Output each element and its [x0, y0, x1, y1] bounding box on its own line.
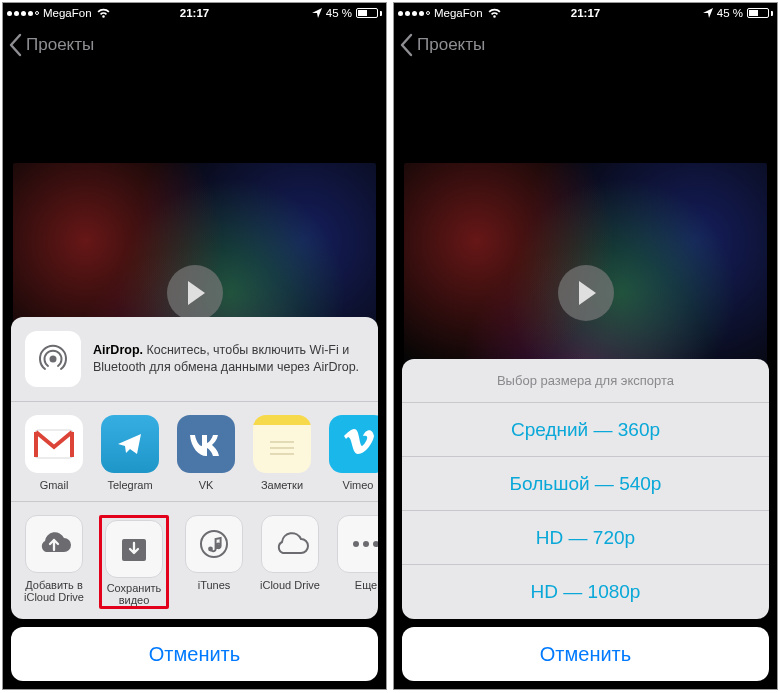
svg-point-0: [50, 355, 57, 362]
status-bar: MegaFon 21:17 45 %: [3, 3, 386, 23]
export-header: Выбор размера для экспорта: [402, 359, 769, 403]
battery-percent: 45 %: [717, 7, 743, 19]
signal-dots-icon: [398, 11, 430, 16]
export-option-720p[interactable]: HD — 720p: [402, 511, 769, 565]
action-save-video-highlight: Сохранить видео: [99, 515, 169, 609]
share-app-vk[interactable]: VK: [175, 415, 237, 491]
battery-percent: 45 %: [326, 7, 352, 19]
location-icon: [703, 8, 713, 18]
phone-left: MegaFon 21:17 45 % Проекты: [2, 2, 387, 690]
back-label[interactable]: Проекты: [417, 35, 485, 55]
svg-point-6: [201, 531, 227, 557]
svg-point-8: [216, 544, 220, 548]
play-icon[interactable]: [558, 265, 614, 321]
cancel-button[interactable]: Отменить: [11, 627, 378, 681]
share-app-telegram[interactable]: Telegram: [99, 415, 161, 491]
cloud-upload-icon: [25, 515, 83, 573]
share-app-notes[interactable]: Заметки: [251, 415, 313, 491]
svg-point-7: [208, 546, 213, 551]
wifi-icon: [487, 8, 502, 19]
carrier-label: MegaFon: [43, 7, 92, 19]
export-option-360p[interactable]: Средний — 360p: [402, 403, 769, 457]
phone-right: MegaFon 21:17 45 % Проекты Выбор размера…: [393, 2, 778, 690]
cancel-button[interactable]: Отменить: [402, 627, 769, 681]
share-apps-row: Gmail Telegram VK: [11, 402, 378, 502]
nav-bar: Проекты: [3, 23, 386, 67]
music-note-icon: [185, 515, 243, 573]
share-app-gmail[interactable]: Gmail: [23, 415, 85, 491]
vk-icon: [177, 415, 235, 473]
more-icon: [337, 515, 378, 573]
svg-point-9: [353, 541, 359, 547]
action-itunes[interactable]: iTunes: [183, 515, 245, 609]
play-icon[interactable]: [167, 265, 223, 321]
export-option-540p[interactable]: Большой — 540p: [402, 457, 769, 511]
gmail-icon: [25, 415, 83, 473]
export-sheet: Выбор размера для экспорта Средний — 360…: [402, 359, 769, 681]
back-button[interactable]: [400, 34, 413, 56]
airdrop-icon: [25, 331, 81, 387]
export-option-1080p[interactable]: HD — 1080p: [402, 565, 769, 619]
back-button[interactable]: [9, 34, 22, 56]
cloud-icon: [261, 515, 319, 573]
airdrop-row[interactable]: AirDrop. Коснитесь, чтобы включить Wi-Fi…: [11, 317, 378, 402]
status-bar: MegaFon 21:17 45 %: [394, 3, 777, 23]
notes-icon: [253, 415, 311, 473]
telegram-icon: [101, 415, 159, 473]
nav-bar: Проекты: [394, 23, 777, 67]
svg-point-11: [373, 541, 378, 547]
share-actions-row: Добавить в iCloud Drive Сохранить видео: [11, 502, 378, 619]
wifi-icon: [96, 8, 111, 19]
action-more[interactable]: Еще: [335, 515, 378, 609]
action-add-icloud[interactable]: Добавить в iCloud Drive: [23, 515, 85, 609]
battery-icon: [747, 8, 773, 18]
share-app-vimeo[interactable]: Vimeo: [327, 415, 378, 491]
back-label[interactable]: Проекты: [26, 35, 94, 55]
airdrop-text: AirDrop. Коснитесь, чтобы включить Wi-Fi…: [93, 342, 364, 376]
location-icon: [312, 8, 322, 18]
carrier-label: MegaFon: [434, 7, 483, 19]
share-sheet: AirDrop. Коснитесь, чтобы включить Wi-Fi…: [11, 317, 378, 681]
download-box-icon: [118, 533, 150, 565]
action-save-video[interactable]: [105, 520, 163, 578]
signal-dots-icon: [7, 11, 39, 16]
svg-point-10: [363, 541, 369, 547]
vimeo-icon: [329, 415, 378, 473]
battery-icon: [356, 8, 382, 18]
action-icloud-drive[interactable]: iCloud Drive: [259, 515, 321, 609]
